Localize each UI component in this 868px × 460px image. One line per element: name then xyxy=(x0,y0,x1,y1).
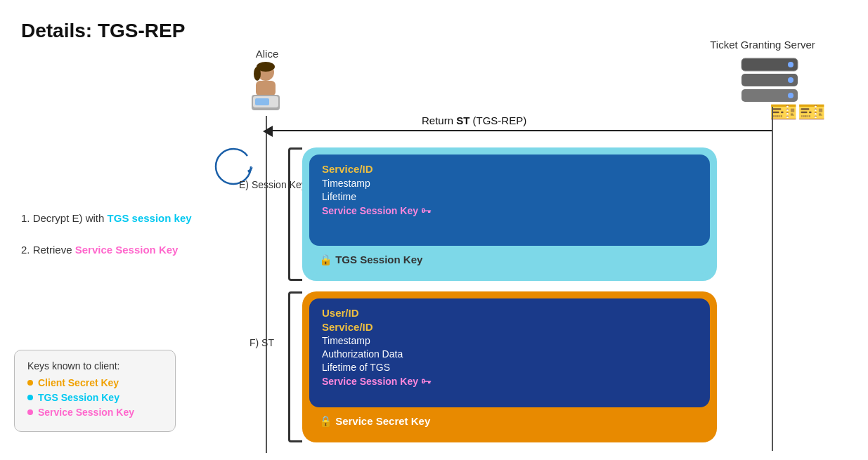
bracket-f-icon xyxy=(288,291,302,442)
client-secret-dot xyxy=(27,380,33,386)
keys-box: Keys known to client: Client Secret Key … xyxy=(14,350,176,432)
packet-f-field-5: Service Session Key 🗝 xyxy=(322,376,697,387)
packet-f-field-0: User/ID xyxy=(322,307,697,319)
alice-vertical-line xyxy=(266,116,267,453)
return-label-bold: ST xyxy=(456,114,469,126)
arrow-head-icon xyxy=(263,126,273,137)
packet-f-field-2: Timestamp xyxy=(322,335,697,346)
packet-f-field-3: Authorization Data xyxy=(322,348,697,360)
svg-point-15 xyxy=(788,93,793,98)
return-label-suffix: (TGS-REP) xyxy=(469,114,526,126)
packet-e-label: E) Session Key xyxy=(239,179,306,190)
packet-e-outer: Service/ID Timestamp Lifetime Service Se… xyxy=(302,147,717,281)
tgs-vertical-line xyxy=(772,107,773,451)
step-2: 2. Retrieve Service Session Key xyxy=(21,242,192,258)
packet-f-field-4: Lifetime of TGS xyxy=(322,362,697,373)
keys-box-title: Keys known to client: xyxy=(27,360,162,372)
packet-f-inner: User/ID Service/ID Timestamp Authorizati… xyxy=(309,298,710,407)
svg-point-2 xyxy=(254,67,261,81)
packet-f-container: F) ST User/ID Service/ID Timestamp Autho… xyxy=(302,291,717,442)
service-session-key-item: Service Session Key xyxy=(27,407,162,418)
alice-label: Alice xyxy=(239,48,295,60)
client-secret-key-label: Client Secret Key xyxy=(38,377,119,388)
tgs-label: Ticket Granting Server xyxy=(699,39,826,51)
service-session-key-label: Service Session Key xyxy=(38,407,134,418)
packet-e-field-3: Service Session Key 🗝 xyxy=(322,205,697,216)
packet-e-container: E) Session Key Service/ID Timestamp Life… xyxy=(302,147,717,281)
svg-rect-6 xyxy=(255,98,269,105)
packet-e-field-1: Timestamp xyxy=(322,178,697,189)
alice-figure xyxy=(238,60,294,116)
page-title: Details: TGS-REP xyxy=(21,20,185,42)
tgs-session-dot xyxy=(27,395,33,400)
tgs-session-key-label: TGS Session Key xyxy=(38,392,119,403)
steps-section: 1. Decrypt E) with TGS session key 2. Re… xyxy=(21,211,192,273)
packet-e-lock-bar: 🔒 TGS Session Key xyxy=(309,246,710,274)
packet-f-label: F) ST xyxy=(250,337,274,348)
packet-e-field-2: Lifetime xyxy=(322,191,697,202)
packet-f-lock-bar: 🔒 Service Secret Key xyxy=(309,407,710,435)
tgs-tickets-icon: 🎫🎫 xyxy=(770,98,826,125)
packet-e-inner: Service/ID Timestamp Lifetime Service Se… xyxy=(309,155,710,246)
return-label-prefix: Return xyxy=(422,114,456,126)
step-1: 1. Decrypt E) with TGS session key xyxy=(21,211,192,227)
packet-f-field-1: Service/ID xyxy=(322,321,697,333)
svg-rect-3 xyxy=(256,81,276,96)
bracket-e-icon xyxy=(288,147,302,281)
client-secret-key-item: Client Secret Key xyxy=(27,377,162,388)
service-session-dot xyxy=(27,409,33,415)
tgs-session-key-item: TGS Session Key xyxy=(27,392,162,403)
svg-point-13 xyxy=(788,77,793,83)
packet-f-outer: User/ID Service/ID Timestamp Authorizati… xyxy=(302,291,717,442)
return-st-arrow xyxy=(267,130,772,131)
svg-point-11 xyxy=(788,62,793,67)
packet-e-field-0: Service/ID xyxy=(322,163,697,175)
return-st-label: Return ST (TGS-REP) xyxy=(422,114,526,126)
